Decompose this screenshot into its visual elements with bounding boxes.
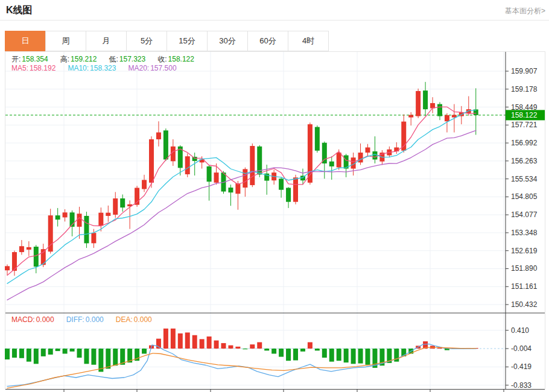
candlestick <box>329 162 334 166</box>
macd-bar <box>163 329 168 349</box>
candlestick <box>77 213 82 227</box>
macd-bar <box>142 349 147 353</box>
macd-bar <box>48 349 53 355</box>
macd-bar <box>5 349 10 359</box>
candlestick <box>250 146 255 185</box>
candlestick <box>120 198 125 207</box>
candlestick <box>185 156 190 174</box>
macd-bar <box>322 349 327 358</box>
macd-bar <box>300 349 305 352</box>
macd-bar <box>271 349 276 353</box>
price-axis-label: 156.263 <box>511 157 538 165</box>
macd-bar <box>351 349 356 364</box>
macd-bar <box>56 349 60 351</box>
macd-bar <box>279 349 284 357</box>
macd-bar <box>315 349 320 350</box>
macd-bar <box>344 349 349 362</box>
macd-bar <box>264 349 269 350</box>
chart-container: 159.907159.178158.449157.721156.992156.2… <box>5 51 545 390</box>
macd-axis-label: -0.004 <box>511 344 532 353</box>
macd-bar <box>250 344 255 349</box>
header-bar <box>0 0 549 21</box>
macd-bar <box>200 339 205 349</box>
price-axis-label: 152.619 <box>511 247 538 255</box>
macd-bar <box>286 349 291 361</box>
tab-period-5分[interactable]: 5分 <box>126 31 167 51</box>
macd-bar <box>34 349 39 364</box>
tab-period-周[interactable]: 周 <box>45 31 86 51</box>
price-axis-label: 154.805 <box>511 192 538 201</box>
current-price-badge-value: 158.122 <box>511 111 538 119</box>
price-axis-label: 151.890 <box>511 264 538 273</box>
candlestick <box>163 130 168 159</box>
macd-bar <box>293 349 298 360</box>
candlestick <box>279 179 284 189</box>
macd-bar <box>178 334 183 349</box>
macd-bar <box>185 332 190 349</box>
period-tabs: 日周月5分15分30分60分4时 <box>5 31 329 51</box>
candlestick <box>91 233 96 243</box>
price-axis-label: 155.534 <box>511 175 538 183</box>
page-title: K线图 <box>6 4 33 17</box>
kline-chart-svg: 159.907159.178158.449157.721156.992156.2… <box>5 52 545 392</box>
fundamental-analysis-link[interactable]: 基本面分析> <box>505 6 545 16</box>
macd-bar <box>70 349 75 352</box>
macd-bar <box>337 349 341 361</box>
macd-bar <box>221 343 226 349</box>
macd-bar <box>91 349 96 365</box>
candlestick <box>207 166 212 182</box>
tab-period-日[interactable]: 日 <box>5 31 46 51</box>
tab-period-30分[interactable]: 30分 <box>207 31 248 51</box>
macd-axis-label: 0.410 <box>511 326 529 335</box>
candlestick <box>156 133 161 139</box>
macd-bar <box>63 349 68 353</box>
macd-bar <box>358 349 363 364</box>
candlestick <box>235 183 240 194</box>
price-axis-label: 151.161 <box>511 282 538 291</box>
candlestick <box>337 153 341 168</box>
macd-bar <box>366 349 370 365</box>
candlestick <box>149 139 154 183</box>
price-axis-label: 159.178 <box>511 85 538 93</box>
candlestick <box>437 104 442 116</box>
macd-axis-label: -0.419 <box>511 362 532 371</box>
macd-bar <box>235 347 240 349</box>
candlestick <box>19 246 24 252</box>
macd-bar <box>84 349 89 364</box>
price-axis-label: 150.432 <box>511 300 538 309</box>
tab-period-月[interactable]: 月 <box>86 31 127 51</box>
tab-period-60分[interactable]: 60分 <box>247 31 288 51</box>
price-axis-label: 153.348 <box>511 229 538 237</box>
macd-bar <box>19 349 24 358</box>
macd-bar <box>192 335 197 349</box>
macd-bar <box>41 349 46 356</box>
candlestick <box>142 180 147 189</box>
candlestick <box>113 198 118 215</box>
candlestick <box>293 177 298 201</box>
candlestick <box>416 91 420 116</box>
candlestick <box>56 215 60 220</box>
candlestick <box>372 151 377 159</box>
candlestick <box>243 169 247 188</box>
price-axis-label: 156.992 <box>511 139 538 147</box>
candlestick <box>34 247 39 267</box>
candlestick <box>286 188 291 201</box>
candlestick <box>98 213 103 226</box>
macd-bar <box>171 329 176 349</box>
macd-bar <box>77 349 82 358</box>
candlestick <box>27 247 31 250</box>
price-axis-label: 157.721 <box>511 121 538 129</box>
candlestick <box>322 143 327 163</box>
kline-app: { "header": { "title": "K线图", "link": "基… <box>0 0 549 392</box>
macd-bar <box>257 342 262 349</box>
candlestick <box>228 188 233 192</box>
macd-bar <box>113 349 118 365</box>
macd-bar <box>106 349 110 368</box>
macd-bar <box>228 346 233 349</box>
macd-axis-label: -0.833 <box>511 381 532 390</box>
tab-period-4时[interactable]: 4时 <box>288 31 329 51</box>
candlestick <box>408 115 413 118</box>
price-axis-label: 159.907 <box>511 67 538 75</box>
tab-period-15分[interactable]: 15分 <box>167 31 208 51</box>
candlestick <box>84 216 89 243</box>
